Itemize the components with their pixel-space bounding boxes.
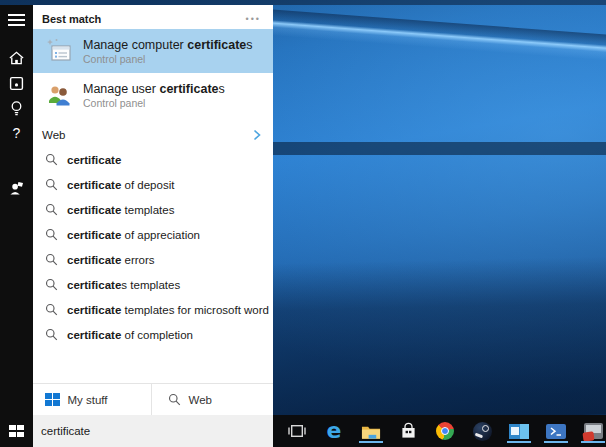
web-search-button[interactable]: Web <box>151 384 274 415</box>
search-box-container <box>33 415 273 447</box>
web-suggestion[interactable]: certificate of deposit <box>33 172 273 197</box>
windows-flag-icon <box>45 393 60 406</box>
result-title: Manage computer certificates <box>83 38 253 52</box>
hamburger-menu-icon[interactable] <box>8 14 25 26</box>
users-icon <box>44 84 74 106</box>
windows-10-search-screen: ? Best match ••• Mana <box>0 0 606 447</box>
wallpaper-lower-shade <box>266 256 606 421</box>
search-icon <box>45 153 58 166</box>
powershell-icon[interactable] <box>546 419 566 443</box>
result-subtitle: Control panel <box>83 53 253 65</box>
result-manage-computer-certificates[interactable]: Manage computer certificates Control pan… <box>33 29 273 73</box>
result-subtitle: Control panel <box>83 97 225 109</box>
photos-icon[interactable] <box>509 419 529 443</box>
search-icon <box>45 278 58 291</box>
result-manage-user-certificates[interactable]: Manage user certificates Control panel <box>33 73 273 117</box>
help-icon[interactable]: ? <box>13 125 21 141</box>
result-title: Manage user certificates <box>83 82 225 96</box>
search-icon <box>45 228 58 241</box>
search-icon <box>45 328 58 341</box>
web-suggestion[interactable]: certificate of completion <box>33 322 273 347</box>
taskbar: e <box>273 415 606 447</box>
windows-logo-icon <box>9 425 24 438</box>
web-section-header-row[interactable]: Web <box>33 117 273 147</box>
search-icon <box>45 253 58 266</box>
search-icon <box>45 203 58 216</box>
best-match-header-row: Best match ••• <box>33 5 273 29</box>
ideas-lightbulb-icon[interactable] <box>10 100 23 116</box>
media-app-icon[interactable] <box>583 419 603 443</box>
chevron-right-icon <box>253 129 261 141</box>
store-icon[interactable] <box>398 419 418 443</box>
search-icon <box>168 393 181 406</box>
my-stuff-button[interactable]: My stuff <box>33 384 151 415</box>
home-icon[interactable] <box>8 50 25 66</box>
start-button[interactable] <box>0 415 33 447</box>
search-icon <box>45 303 58 316</box>
web-suggestion[interactable]: certificate <box>33 147 273 172</box>
web-section-header: Web <box>42 129 65 141</box>
wallpaper-light-beam <box>264 9 606 62</box>
task-view-icon[interactable] <box>287 419 307 443</box>
best-match-header: Best match <box>42 13 101 25</box>
wallpaper-dark-band <box>266 142 606 155</box>
edge-icon[interactable]: e <box>324 419 344 443</box>
search-icon <box>45 178 58 191</box>
search-results-panel: Best match ••• Manage computer certifica… <box>33 5 273 415</box>
web-suggestion[interactable]: certificate templates <box>33 197 273 222</box>
web-suggestion[interactable]: certificates templates <box>33 272 273 297</box>
search-input[interactable] <box>33 415 281 447</box>
web-suggestion[interactable]: certificate of appreciation <box>33 222 273 247</box>
certificates-manager-icon <box>44 37 74 65</box>
notebook-icon[interactable] <box>9 75 24 91</box>
desktop-top-strip <box>0 0 606 5</box>
search-scope-footer: My stuff Web <box>33 383 273 415</box>
web-suggestion[interactable]: certificate errors <box>33 247 273 272</box>
more-options-icon[interactable]: ••• <box>246 15 261 24</box>
steam-icon[interactable] <box>472 419 492 443</box>
user-icon[interactable] <box>9 180 24 196</box>
file-explorer-icon[interactable] <box>361 419 381 443</box>
cortana-sidebar: ? <box>0 5 33 447</box>
chrome-icon[interactable] <box>435 419 455 443</box>
web-suggestion[interactable]: certificate templates for microsoft word <box>33 297 273 322</box>
